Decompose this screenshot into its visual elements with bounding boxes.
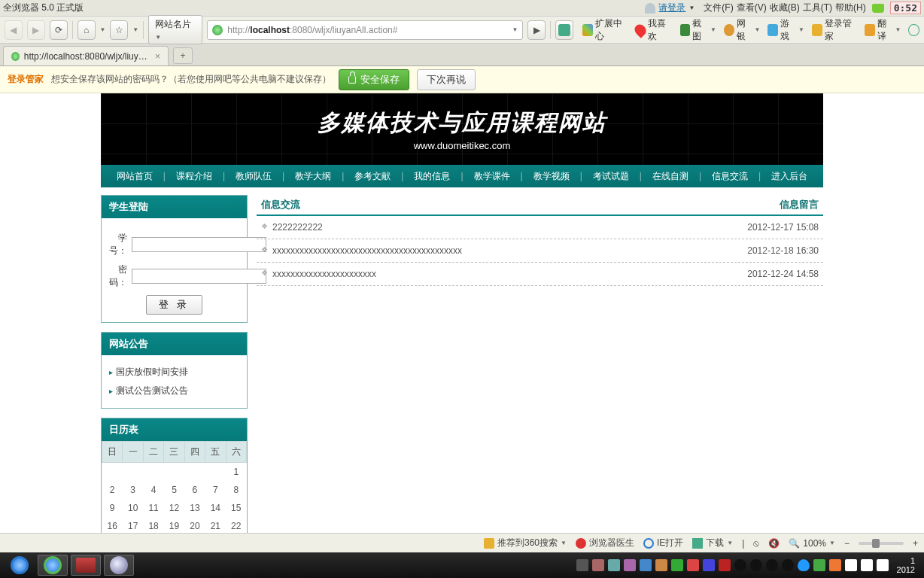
tray-icon[interactable] bbox=[640, 559, 652, 571]
nav-item[interactable]: 考试试题 bbox=[582, 165, 640, 187]
nav-item[interactable]: 课程介绍 bbox=[166, 165, 223, 187]
home-button[interactable]: ⌂ bbox=[78, 20, 96, 40]
translate-button[interactable]: 翻译▼ bbox=[865, 17, 901, 43]
nav-item[interactable]: 教师队伍 bbox=[225, 165, 282, 187]
new-tab-button[interactable]: + bbox=[173, 47, 193, 64]
recommend-search-button[interactable]: 推荐到360搜索▼ bbox=[484, 537, 567, 549]
games-button[interactable]: 游戏▼ bbox=[767, 17, 804, 43]
url-dropdown-icon[interactable]: ▼ bbox=[512, 26, 518, 33]
cal-day[interactable]: 7 bbox=[205, 481, 226, 499]
tray-icon[interactable] bbox=[813, 559, 825, 571]
go-button[interactable]: ▶ bbox=[527, 20, 546, 40]
refresh-page-button[interactable] bbox=[555, 20, 573, 40]
tray-icon[interactable] bbox=[719, 559, 731, 571]
login-button[interactable]: 登 录 bbox=[146, 295, 203, 315]
username-input[interactable] bbox=[132, 237, 266, 252]
nav-item[interactable]: 网站首页 bbox=[106, 165, 163, 187]
menu-file[interactable]: 文件(F) bbox=[704, 2, 733, 14]
password-input[interactable] bbox=[132, 269, 266, 284]
screenshot-button[interactable]: 截图▼ bbox=[680, 17, 716, 43]
message-row[interactable]: 22222222222012-12-17 15:08 bbox=[257, 216, 823, 239]
taskbar-toolbox[interactable] bbox=[71, 555, 101, 572]
tray-qq-icon[interactable] bbox=[782, 559, 794, 571]
save-password-button[interactable]: 安全保存 bbox=[339, 69, 409, 90]
tray-icon[interactable] bbox=[624, 559, 636, 571]
nav-item[interactable]: 我的信息 bbox=[403, 165, 460, 187]
cal-day[interactable]: 14 bbox=[205, 499, 226, 517]
zoom-label[interactable]: 🔍 100%▼ bbox=[789, 538, 835, 549]
bank-button[interactable]: 网银▼ bbox=[724, 17, 760, 43]
downloads-button[interactable]: 下载▼ bbox=[692, 537, 733, 549]
forward-button[interactable]: ▶ bbox=[27, 20, 45, 40]
reload-button[interactable]: ⟳ bbox=[50, 20, 68, 40]
bookmark-dropdown-icon[interactable]: ▼ bbox=[132, 26, 138, 33]
tray-icon[interactable] bbox=[655, 559, 667, 571]
extensions-button[interactable]: 扩展中心 bbox=[582, 17, 628, 43]
cal-day[interactable]: 11 bbox=[143, 499, 163, 517]
tray-qq-icon[interactable] bbox=[766, 559, 778, 571]
login-link[interactable]: 请登录 bbox=[658, 2, 685, 14]
cal-day[interactable]: 2 bbox=[102, 481, 123, 499]
zoom-in-button[interactable]: + bbox=[913, 538, 918, 549]
nav-item[interactable]: 进入后台 bbox=[761, 165, 818, 187]
nav-item[interactable]: 教学大纲 bbox=[284, 165, 342, 187]
cal-day[interactable]: 1 bbox=[226, 463, 246, 482]
zoom-slider[interactable] bbox=[859, 542, 904, 545]
skin-icon[interactable] bbox=[872, 4, 884, 13]
address-bar[interactable]: http://localhost:8080/wljx/liuyanAll.act… bbox=[207, 20, 523, 40]
cal-day[interactable]: 4 bbox=[143, 481, 163, 499]
notice-item[interactable]: 国庆放假时间安排 bbox=[109, 363, 239, 382]
cal-day[interactable]: 3 bbox=[123, 481, 143, 499]
login-dropdown-icon[interactable]: ▼ bbox=[688, 5, 695, 11]
leave-message-link[interactable]: 信息留言 bbox=[780, 198, 819, 211]
tray-flag-icon[interactable] bbox=[845, 559, 857, 571]
menu-help[interactable]: 帮助(H) bbox=[835, 2, 866, 14]
tray-icon[interactable] bbox=[608, 559, 620, 571]
bookmark-button[interactable]: ☆ bbox=[110, 20, 128, 40]
tray-qq-icon[interactable] bbox=[734, 559, 746, 571]
tray-icon[interactable] bbox=[592, 559, 604, 571]
more-button[interactable] bbox=[908, 24, 919, 36]
tray-volume-icon[interactable] bbox=[861, 559, 873, 571]
taskbar-clock[interactable]: 12012 bbox=[892, 556, 919, 572]
tray-icon[interactable] bbox=[576, 559, 588, 571]
cal-day[interactable]: 13 bbox=[184, 499, 205, 517]
open-in-ie-button[interactable]: IE打开 bbox=[643, 537, 683, 549]
tray-shield-icon[interactable] bbox=[798, 559, 810, 571]
site-card-button[interactable]: 网站名片 ▼ bbox=[148, 15, 202, 44]
block-icon[interactable]: ⦸ bbox=[753, 538, 759, 549]
tray-icon[interactable] bbox=[829, 559, 841, 571]
back-button[interactable]: ◀ bbox=[5, 20, 23, 40]
tray-qq-icon[interactable] bbox=[750, 559, 762, 571]
cal-day[interactable]: 8 bbox=[226, 481, 246, 499]
notice-item[interactable]: 测试公告测试公告 bbox=[109, 382, 239, 400]
tray-icon[interactable] bbox=[703, 559, 715, 571]
tray-network-icon[interactable] bbox=[877, 559, 889, 571]
nav-item[interactable]: 在线自测 bbox=[642, 165, 699, 187]
tab-close-button[interactable]: × bbox=[155, 51, 160, 62]
nav-item[interactable]: 教学课件 bbox=[464, 165, 521, 187]
cal-day[interactable]: 9 bbox=[102, 499, 123, 517]
taskbar-eclipse[interactable] bbox=[104, 555, 134, 572]
message-row[interactable]: xxxxxxxxxxxxxxxxxxxxxxxxxxxxxxxxxxxxxxxx… bbox=[257, 239, 823, 263]
later-button[interactable]: 下次再说 bbox=[417, 69, 476, 90]
taskbar-ie[interactable] bbox=[5, 555, 35, 572]
password-keeper-button[interactable]: 登录管家 bbox=[812, 17, 857, 43]
taskbar-browser[interactable] bbox=[38, 555, 68, 572]
nav-item[interactable]: 参考文献 bbox=[344, 165, 401, 187]
cal-day[interactable]: 6 bbox=[184, 481, 205, 499]
cal-day[interactable]: 12 bbox=[164, 499, 184, 517]
cal-day[interactable]: 5 bbox=[164, 481, 184, 499]
message-row[interactable]: xxxxxxxxxxxxxxxxxxxxxxx2012-12-24 14:58 bbox=[257, 263, 823, 286]
browser-doctor-button[interactable]: 浏览器医生 bbox=[576, 537, 634, 549]
menu-view[interactable]: 查看(V) bbox=[737, 2, 767, 14]
tray-icon[interactable] bbox=[687, 559, 699, 571]
menu-tools[interactable]: 工具(T) bbox=[803, 2, 832, 14]
like-button[interactable]: 我喜欢 bbox=[635, 17, 672, 43]
nav-item[interactable]: 教学视频 bbox=[523, 165, 580, 187]
cal-day[interactable]: 15 bbox=[226, 499, 246, 517]
home-dropdown-icon[interactable]: ▼ bbox=[100, 26, 106, 33]
nav-item[interactable]: 信息交流 bbox=[701, 165, 758, 187]
cal-day[interactable]: 10 bbox=[123, 499, 143, 517]
zoom-out-button[interactable]: − bbox=[844, 538, 850, 549]
